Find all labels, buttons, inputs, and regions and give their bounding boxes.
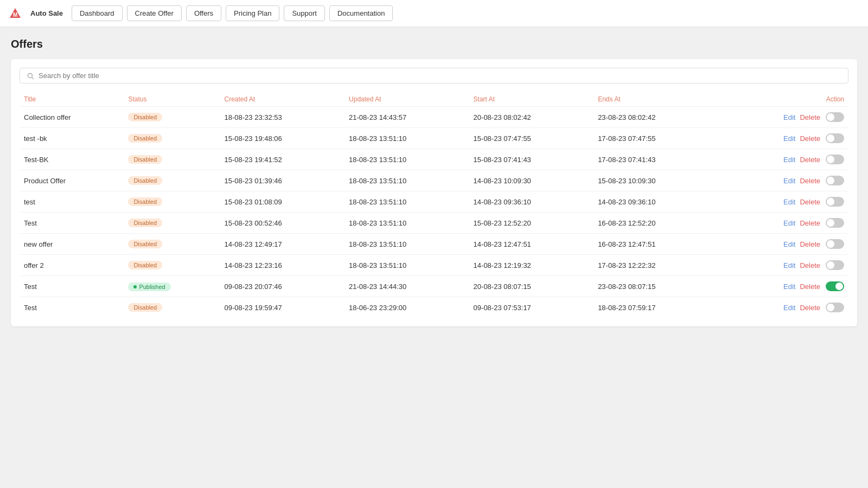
edit-button[interactable]: Edit [783,261,795,269]
cell-title: new offer [20,234,124,255]
status-badge: Disabled [128,303,162,312]
cell-updated: 18-06-23 23:29:00 [344,297,469,318]
col-start: Start At [469,92,594,107]
delete-button[interactable]: Delete [800,134,820,143]
cell-start: 14-08-23 09:36:10 [469,191,594,213]
cell-created: 14-08-23 12:23:16 [220,255,345,276]
toggle-switch[interactable] [826,260,844,270]
cell-created: 09-08-23 19:59:47 [220,297,345,318]
cell-status: Disabled [124,191,220,213]
status-badge: Disabled [128,113,162,121]
cell-updated: 18-08-23 13:51:10 [344,255,469,276]
page-content: Offers Title Status Created At Updated A… [0,27,868,337]
status-badge: Published [128,282,170,291]
app-title: Auto Sale [30,9,63,17]
delete-button[interactable]: Delete [800,282,820,291]
toggle-switch[interactable] [826,218,844,228]
cell-updated: 18-08-23 13:51:10 [344,191,469,213]
nav-documentation[interactable]: Documentation [329,5,393,21]
cell-updated: 18-08-23 13:51:10 [344,149,469,170]
cell-start: 14-08-23 10:09:30 [469,170,594,191]
edit-button[interactable]: Edit [783,304,795,312]
offers-table: Title Status Created At Updated At Start… [20,92,848,318]
delete-button[interactable]: Delete [800,156,820,164]
svg-point-2 [28,73,32,78]
offers-card: Title Status Created At Updated At Start… [11,59,857,326]
delete-button[interactable]: Delete [800,219,820,227]
search-input[interactable] [39,72,841,80]
cell-ends: 17-08-23 07:41:43 [593,149,718,170]
delete-button[interactable]: Delete [800,177,820,185]
status-badge: Disabled [128,134,162,143]
cell-ends: 14-08-23 09:36:10 [593,191,718,213]
nav-offers[interactable]: Offers [186,5,221,21]
cell-status: Disabled [124,149,220,170]
delete-button[interactable]: Delete [800,240,820,248]
cell-updated: 21-08-23 14:44:30 [344,276,469,297]
col-status: Status [124,92,220,107]
cell-updated: 18-08-23 13:51:10 [344,128,469,149]
toggle-switch[interactable] [826,239,844,249]
table-row: offer 2Disabled14-08-23 12:23:1618-08-23… [20,255,848,276]
toggle-switch[interactable] [826,281,844,291]
table-row: TestDisabled09-08-23 19:59:4718-06-23 23… [20,297,848,318]
cell-created: 15-08-23 19:48:06 [220,128,345,149]
cell-start: 14-08-23 12:19:32 [469,255,594,276]
toggle-switch[interactable] [826,303,844,312]
cell-action: EditDelete [718,170,848,191]
cell-status: Disabled [124,107,220,128]
cell-status: Disabled [124,170,220,191]
edit-button[interactable]: Edit [783,198,795,206]
edit-button[interactable]: Edit [783,240,795,248]
delete-button[interactable]: Delete [800,261,820,269]
cell-start: 15-08-23 07:47:55 [469,128,594,149]
edit-button[interactable]: Edit [783,282,795,291]
col-title: Title [20,92,124,107]
nav-pricing-plan[interactable]: Pricing Plan [226,5,279,21]
search-icon [27,72,34,80]
edit-button[interactable]: Edit [783,177,795,185]
delete-button[interactable]: Delete [800,198,820,206]
delete-button[interactable]: Delete [800,304,820,312]
cell-created: 14-08-23 12:49:17 [220,234,345,255]
cell-start: 14-08-23 12:47:51 [469,234,594,255]
table-header: Title Status Created At Updated At Start… [20,92,848,107]
cell-start: 09-08-23 07:53:17 [469,297,594,318]
cell-updated: 18-08-23 13:51:10 [344,213,469,234]
status-badge: Disabled [128,240,162,248]
cell-action: EditDelete [718,213,848,234]
toggle-switch[interactable] [826,176,844,185]
toggle-switch[interactable] [826,112,844,122]
edit-button[interactable]: Edit [783,219,795,227]
top-bar: M Auto Sale Dashboard Create Offer Offer… [0,0,868,27]
toggle-switch[interactable] [826,197,844,207]
delete-button[interactable]: Delete [800,113,820,121]
cell-action: EditDelete [718,234,848,255]
toggle-switch[interactable] [826,133,844,143]
cell-status: Disabled [124,128,220,149]
edit-button[interactable]: Edit [783,113,795,121]
app-logo: M [9,7,22,20]
table-row: TestPublished09-08-23 20:07:4621-08-23 1… [20,276,848,297]
cell-created: 15-08-23 01:08:09 [220,191,345,213]
cell-start: 20-08-23 08:07:15 [469,276,594,297]
published-dot [133,285,137,288]
cell-created: 15-08-23 19:41:52 [220,149,345,170]
cell-action: EditDelete [718,191,848,213]
cell-title: Product Offer [20,170,124,191]
nav-dashboard[interactable]: Dashboard [72,5,123,21]
cell-ends: 23-08-23 08:02:42 [593,107,718,128]
svg-text:M: M [13,12,17,18]
nav-create-offer[interactable]: Create Offer [127,5,182,21]
nav-support[interactable]: Support [284,5,325,21]
cell-ends: 23-08-23 08:07:15 [593,276,718,297]
toggle-switch[interactable] [826,155,844,164]
col-action: Action [718,92,848,107]
table-row: Product OfferDisabled15-08-23 01:39:4618… [20,170,848,191]
page-title: Offers [11,38,857,50]
cell-action: EditDelete [718,255,848,276]
col-updated: Updated At [344,92,469,107]
edit-button[interactable]: Edit [783,156,795,164]
edit-button[interactable]: Edit [783,134,795,143]
cell-ends: 17-08-23 12:22:32 [593,255,718,276]
